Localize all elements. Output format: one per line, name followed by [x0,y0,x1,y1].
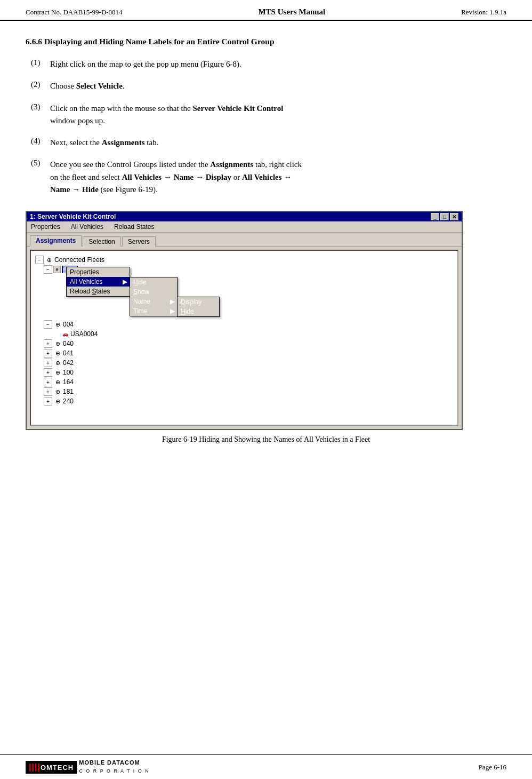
reload-s-underline: S [92,288,96,295]
window-body: − ⊕ Connected Fleets − e ▓▓▓ Properties [30,250,458,426]
label-181: 181 [63,388,74,395]
menu-properties[interactable]: Properties [29,222,62,231]
icon-004: ⊕ [53,320,62,329]
step-4: (4) Next, select the Assignments tab. [26,137,506,149]
step-1: (1) Right click on the map to get the po… [26,58,506,70]
label-connected-fleets: Connected Fleets [54,256,104,264]
sub-show[interactable]: Show [130,287,177,297]
sub-display[interactable]: Display [178,297,219,307]
icon-040: ⊕ [53,339,62,348]
logo-corporation: C O R P O R A T I O N [79,768,150,774]
step-5-num: (5) [31,158,50,196]
tree-indent-164: + ⊕ 164 [35,377,453,387]
tree-fleet-041[interactable]: + ⊕ 041 [44,348,453,358]
tree-indent-usa: 🚗 USA0004 [35,329,453,339]
expander-040[interactable]: + [44,339,52,348]
menu-all-vehicles[interactable]: All Vehicles [69,222,106,231]
step-5-bold4: Display [206,173,231,181]
ctx-all-vehicles[interactable]: All Vehicles ▶ Hide Show Name ▶ Display [67,277,130,287]
logo-text-group: MOBILE DATACOM C O R P O R A T I O N [79,759,150,775]
tree-indent-042: + ⊕ 042 [35,358,453,368]
expander-004[interactable]: − [44,320,52,329]
step-4-text: Next, select the Assignments tab. [50,137,158,149]
header-left: Contract No. DAAB15-99-D-0014 [26,8,123,17]
step-1-num: (1) [31,58,50,70]
tab-assignments[interactable]: Assignments [30,235,82,247]
expander-042[interactable]: + [44,359,52,367]
expander-164[interactable]: + [44,378,52,386]
label-164: 164 [63,378,74,386]
tree-indent-240: + ⊕ 240 [35,396,453,406]
step-3: (3) Click on the map with the mouse so t… [26,102,506,128]
tree-indent-041: + ⊕ 041 [35,348,453,358]
step-4-bold: Assignments [102,138,145,147]
step-2-bold: Select Vehicle [76,82,123,90]
tree-fleet-164[interactable]: + ⊕ 164 [44,377,453,387]
step-5-bold2: All Vehicles [122,173,162,181]
tree-indent-100: + ⊕ 100 [35,368,453,377]
icon-100: ⊕ [53,368,62,377]
tree-fleet-100[interactable]: + ⊕ 100 [44,368,453,377]
icon-181: ⊕ [53,387,62,396]
tab-servers[interactable]: Servers [122,236,156,247]
window-tabs: Assignments Selection Servers [27,233,462,247]
show-underline: S [133,288,138,296]
page-header: Contract No. DAAB15-99-D-0014 MTS Users … [0,0,532,21]
logo-omtech: ||||OMTECH [26,761,77,774]
expander-connected-fleets[interactable]: − [35,256,44,264]
screenshot-window: 1: Server Vehicle Kit Control _ □ ✕ Prop… [26,211,463,430]
ctx-properties[interactable]: Properties [67,267,130,277]
tree-indent-040: + ⊕ 040 [35,339,453,348]
step-5-bold6: Name [50,185,70,194]
window-menubar: Properties All Vehicles Reload States [27,221,462,233]
step-5-bold1: Assignments [210,160,253,169]
label-041: 041 [63,349,74,357]
step-2-num: (2) [31,80,50,92]
step-5-bold3: Name [174,173,194,181]
step-5-bold7: Hide [82,185,99,194]
icon-042: ⊕ [53,359,62,367]
expander-240[interactable]: + [44,397,52,406]
footer-logo: ||||OMTECH MOBILE DATACOM C O R P O R A … [26,759,150,775]
expander-100[interactable]: + [44,368,52,377]
sub-name[interactable]: Name ▶ Display Hide [130,297,177,306]
step-5-bold5: All Vehicles [242,173,282,181]
tree-usa0004[interactable]: 🚗 USA0004 [52,329,453,339]
ctx-reload-states[interactable]: Reload States [67,287,130,296]
minimize-button[interactable]: _ [431,213,439,220]
sub-hide[interactable]: Hide [130,277,177,287]
icon-041: ⊕ [53,349,62,357]
window-title: 1: Server Vehicle Kit Control [30,213,116,220]
menu-reload-states[interactable]: Reload States [112,222,156,231]
step-4-num: (4) [31,137,50,149]
label-042: 042 [63,359,74,367]
sub-hide2[interactable]: Hide [178,307,219,316]
logo-box: ||||OMTECH MOBILE DATACOM C O R P O R A … [26,759,150,775]
label-240: 240 [63,398,74,405]
tree-fleet-042[interactable]: + ⊕ 042 [44,358,453,368]
icon-e: e [53,266,61,273]
tree-fleet-181[interactable]: + ⊕ 181 [44,387,453,396]
tree-fleet-004[interactable]: − ⊕ 004 [44,320,453,329]
expander-041[interactable]: + [44,349,52,357]
expander-e[interactable]: − [44,265,52,274]
tree-connected-fleets[interactable]: − ⊕ Connected Fleets [35,255,453,265]
maximize-button[interactable]: □ [440,213,449,220]
logo-mobile-datacom: MOBILE DATACOM [79,759,150,766]
hide-underline: H [133,279,138,286]
step-3-text: Click on the map with the mouse so that … [50,102,283,128]
close-button[interactable]: ✕ [450,213,458,220]
titlebar-controls: _ □ ✕ [431,213,458,220]
sub-time[interactable]: Time ▶ [130,306,177,316]
tree-fleet-040[interactable]: + ⊕ 040 [44,339,453,348]
step-3-num: (3) [31,102,50,128]
tree-fleet-240[interactable]: + ⊕ 240 [44,396,453,406]
icon-connected-fleets: ⊕ [45,256,53,264]
step-5: (5) Once you see the Control Groups list… [26,158,506,196]
logo-accent: |||| [29,762,41,772]
window-titlebar: 1: Server Vehicle Kit Control _ □ ✕ [27,212,462,221]
header-right: Revision: 1.9.1a [461,8,506,17]
tab-selection[interactable]: Selection [83,236,120,247]
page-number: Page 6-16 [479,763,506,772]
expander-181[interactable]: + [44,387,52,396]
